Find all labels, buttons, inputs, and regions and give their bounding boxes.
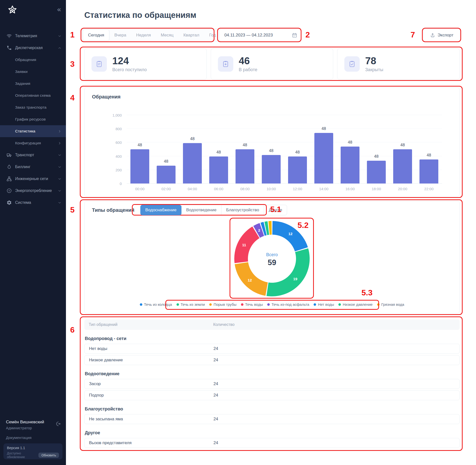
bar-slot: 48 xyxy=(206,115,232,184)
row-type-label: Засор xyxy=(89,381,101,386)
legend-dot xyxy=(377,303,380,306)
sidebar-item-label: Обращения xyxy=(15,58,36,62)
row-qty-value: 24 xyxy=(213,393,218,398)
update-hint: Доступно обновление xyxy=(7,451,38,459)
type-filter-button[interactable]: Другое xyxy=(264,205,287,215)
legend-label: Течь из-под асфальта xyxy=(271,302,309,307)
bar-value-label: 48 xyxy=(322,126,326,131)
sidebar-item[interactable]: График ресурсов xyxy=(0,113,66,125)
sidebar-item[interactable]: Телеметрия xyxy=(0,30,66,42)
bar-value-label: 48 xyxy=(400,143,405,147)
types-table: Тип обращений Количество Водопровод - се… xyxy=(84,319,460,448)
period-tab[interactable]: Вчера xyxy=(109,30,131,41)
legend-item: Течь из земли xyxy=(177,302,205,307)
legend-label: Течь из земли xyxy=(181,302,205,307)
legend-item: Течь из колодца xyxy=(140,302,172,307)
legend-item: Грязная вода xyxy=(377,302,404,307)
x-axis-tick: 06:00 xyxy=(206,187,232,191)
user-role: Администратор xyxy=(6,426,62,430)
bar-value-label: 48 xyxy=(138,143,142,147)
sidebar-item[interactable]: Диспетчерская xyxy=(0,42,66,54)
x-axis-tick: 22:00 xyxy=(416,187,442,191)
period-tab[interactable]: Месяц xyxy=(156,30,178,41)
x-axis-tick: 10:00 xyxy=(258,187,284,191)
sidebar-item[interactable]: Инженерные сети xyxy=(0,173,66,185)
chevron-up-icon xyxy=(58,46,61,50)
svg-text:59: 59 xyxy=(268,258,276,267)
sidebar-item[interactable]: Конфигурация xyxy=(0,137,66,149)
bar-slot: 48 xyxy=(232,115,258,184)
bar-slot: 48 xyxy=(337,115,363,184)
sidebar-item-label: Оперативная схема xyxy=(15,93,51,98)
row-qty-value: 24 xyxy=(213,440,218,445)
svg-text:19: 19 xyxy=(293,277,298,281)
type-filter-button[interactable]: Водоснабжение xyxy=(140,205,181,215)
bar-value-label: 48 xyxy=(374,154,379,159)
col-qty-header: Количество xyxy=(213,322,235,327)
sidebar-item[interactable]: Оперативная схема xyxy=(0,90,66,101)
sidebar-item[interactable]: Заявки xyxy=(0,66,66,78)
sidebar-item[interactable]: Задания xyxy=(0,78,66,90)
stat-card: 124Всего поступило xyxy=(84,48,207,80)
sidebar-item-label: Диспетчерская xyxy=(15,46,43,50)
legend-item: Нет воды xyxy=(314,302,334,307)
sidebar-item[interactable]: Биллинг xyxy=(0,161,66,173)
sidebar-item-label: Биллинг xyxy=(15,165,30,169)
bar xyxy=(288,156,307,184)
sidebar-item-label: Транспорт xyxy=(15,153,34,157)
update-button[interactable]: Обновить xyxy=(38,453,59,458)
documentation-link[interactable]: Документация xyxy=(6,435,31,440)
sidebar-item-label: Заказ транспорта xyxy=(15,105,46,110)
date-range-picker[interactable]: 04.11.2023 — 04.12.2023 xyxy=(219,29,301,42)
legend-label: Грязная вода xyxy=(381,302,404,307)
page-title: Статистика по обращениям xyxy=(84,10,196,20)
period-tabs: СегодняВчераНеделяМесяцКварталГод xyxy=(82,29,222,42)
sidebar-item-label: Инженерные сети xyxy=(15,177,48,181)
row-type-label: Низкое давление xyxy=(89,358,123,363)
export-button[interactable]: Экспорт xyxy=(423,29,460,42)
types-header: Типы обращений ВодоснабжениеВодоотведени… xyxy=(92,205,287,216)
bar xyxy=(262,155,281,184)
type-filter-button[interactable]: Благоустройство xyxy=(221,205,264,215)
period-tab[interactable]: Сегодня xyxy=(83,30,109,41)
period-tab[interactable]: Год xyxy=(204,30,221,41)
sidebar-item[interactable]: Статистика xyxy=(0,125,66,137)
chart-title: Обращения xyxy=(92,94,120,100)
row-qty-value: 24 xyxy=(213,358,218,363)
period-tab[interactable]: Квартал xyxy=(178,30,204,41)
sidebar-item-label: Система xyxy=(15,200,31,205)
chevron-right-icon xyxy=(58,141,61,145)
sidebar-item[interactable]: Энергопотребление xyxy=(0,185,66,197)
sidebar-item[interactable]: Обращения xyxy=(0,54,66,66)
legend-dot xyxy=(177,303,179,306)
type-filter-button[interactable]: Водоотведение xyxy=(181,205,221,215)
calendar-icon xyxy=(292,32,297,38)
row-type-label: Не засыпана яма xyxy=(89,417,123,422)
sidebar-item[interactable]: Транспорт xyxy=(0,149,66,161)
x-axis-tick: 18:00 xyxy=(363,187,389,191)
sidebar-item-label: Конфигурация xyxy=(15,141,41,145)
user-name: Семён Вишневский xyxy=(6,420,62,425)
export-icon xyxy=(430,33,435,38)
clipboard-list-icon xyxy=(91,56,107,72)
droplet-icon xyxy=(6,164,12,170)
stat-label: Всего поступило xyxy=(112,67,147,72)
period-tab[interactable]: Неделя xyxy=(131,30,156,41)
wifi-icon xyxy=(6,33,12,39)
clipboard-check-icon xyxy=(344,56,360,72)
logout-icon[interactable] xyxy=(56,421,61,427)
bar-value-label: 48 xyxy=(295,150,300,155)
collapse-sidebar-icon[interactable]: « xyxy=(57,6,61,13)
sidebar-item[interactable]: Заказ транспорта xyxy=(0,101,66,113)
row-type-label: Вызов представителя xyxy=(89,440,132,445)
bar xyxy=(209,156,228,184)
sidebar-item-label: Задания xyxy=(15,81,30,86)
table-row: Не засыпана яма24 xyxy=(84,414,460,424)
legend-dot xyxy=(241,303,243,306)
legend-item: Течь воды xyxy=(241,302,263,307)
sidebar-item-label: Заявки xyxy=(15,69,28,74)
sidebar-item[interactable]: Система xyxy=(0,197,66,209)
chevron-down-icon xyxy=(58,34,61,38)
stat-label: Закрыты xyxy=(365,67,383,72)
stat-card: 46В работе xyxy=(211,48,333,80)
